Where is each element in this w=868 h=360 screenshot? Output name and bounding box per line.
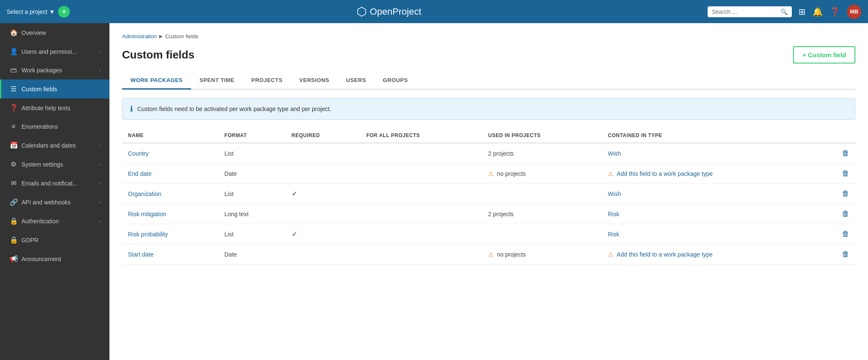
attribute-help-texts-icon: ❓ <box>10 104 17 112</box>
field-delete-cell: 🗑 <box>819 224 855 244</box>
field-delete-cell: 🗑 <box>819 184 855 204</box>
add-type-link[interactable]: ⚠Add this field to a work package type <box>608 170 813 177</box>
authentication-icon: 🔒 <box>10 217 17 225</box>
tab-users[interactable]: USERS <box>338 72 374 90</box>
help-icon[interactable]: ❓ <box>830 7 840 17</box>
grid-icon[interactable]: ⊞ <box>799 7 806 17</box>
sidebar-item-custom-fields[interactable]: ☰ Custom fields <box>0 79 109 98</box>
field-for-all-projects <box>360 244 482 265</box>
sidebar-item-enumerations[interactable]: ≡ Enumerations <box>0 117 109 136</box>
custom-fields-icon: ☰ <box>10 85 17 93</box>
table-row: Start dateDate⚠no projects⚠Add this fiel… <box>122 244 855 265</box>
delete-icon[interactable]: 🗑 <box>842 250 849 258</box>
sidebar-item-api-webhooks[interactable]: 🔗 API and webhooks › <box>0 193 109 212</box>
sidebar-item-authentication[interactable]: 🔒 Authentication › <box>0 212 109 230</box>
field-delete-cell: 🗑 <box>819 143 855 164</box>
field-for-all-projects <box>360 224 482 244</box>
add-custom-field-button[interactable]: + Custom field <box>793 46 855 64</box>
field-name-link[interactable]: Risk mitigation <box>128 211 166 217</box>
field-used-in-projects <box>482 184 602 204</box>
arrow-icon: › <box>99 199 101 205</box>
sidebar-item-users-permissions[interactable]: 👤 Users and permissi... › <box>0 42 109 61</box>
sidebar-item-announcement[interactable]: 📢 Announcement <box>0 249 109 268</box>
sidebar-item-gdpr[interactable]: 🔒 GDPR <box>0 230 109 249</box>
type-link[interactable]: Risk <box>608 231 619 238</box>
sidebar-item-calendars-dates[interactable]: 📅 Calendars and dates › <box>0 136 109 155</box>
add-type-link[interactable]: ⚠Add this field to a work package type <box>608 251 813 258</box>
field-format: List <box>218 224 286 244</box>
field-for-all-projects <box>360 184 482 204</box>
field-used-in-projects: ⚠no projects <box>482 164 602 184</box>
sidebar-label-announcement: Announcement <box>21 256 61 262</box>
type-link[interactable]: Wish <box>608 191 621 197</box>
delete-icon[interactable]: 🗑 <box>842 230 849 238</box>
field-name-link[interactable]: Start date <box>128 251 154 258</box>
sidebar-item-attribute-help-texts[interactable]: ❓ Attribute help texts <box>0 98 109 117</box>
system-settings-icon: ⚙ <box>10 160 17 168</box>
avatar[interactable]: MB <box>847 5 861 19</box>
tab-projects[interactable]: PROJECTS <box>243 72 291 90</box>
warning-icon: ⚠ <box>608 251 613 258</box>
field-required <box>286 204 361 224</box>
field-required: ✓ <box>286 224 361 244</box>
delete-icon[interactable]: 🗑 <box>842 169 849 177</box>
delete-icon[interactable]: 🗑 <box>842 209 849 218</box>
field-contained-in-type: Wish <box>602 143 819 164</box>
field-required <box>286 164 361 184</box>
field-contained-in-type: ⚠Add this field to a work package type <box>602 164 819 184</box>
table-row: Risk mitigationLong text2 projectsRisk🗑 <box>122 204 855 224</box>
arrow-icon: › <box>99 143 101 148</box>
type-link[interactable]: Risk <box>608 211 619 217</box>
sidebar-item-work-packages[interactable]: 🗃 Work packages › <box>0 61 109 79</box>
table-row: Risk probabilityList✓Risk🗑 <box>122 224 855 244</box>
sidebar-label-users-permissions: Users and permissi... <box>21 48 77 55</box>
field-delete-cell: 🗑 <box>819 164 855 184</box>
tab-versions[interactable]: VERSIONS <box>291 72 338 90</box>
field-used-in-projects: ⚠no projects <box>482 244 602 265</box>
warning-icon: ⚠ <box>488 170 494 177</box>
tab-work-packages[interactable]: WORK PACKAGES <box>122 72 191 90</box>
field-for-all-projects <box>360 204 482 224</box>
field-name-link[interactable]: Organization <box>128 191 161 197</box>
type-link[interactable]: Wish <box>608 150 621 157</box>
project-selector[interactable]: Select a project ▼ <box>7 8 55 15</box>
col-header-delete <box>819 128 855 143</box>
check-icon: ✓ <box>292 230 297 238</box>
info-message: Custom fields need to be activated per w… <box>137 106 331 112</box>
field-required <box>286 143 361 164</box>
sidebar-item-emails-notifications[interactable]: ✉ Emails and notificat... › <box>0 174 109 193</box>
field-format: List <box>218 143 286 164</box>
arrow-icon: › <box>99 161 101 167</box>
search-input[interactable] <box>712 8 778 15</box>
field-name-link[interactable]: Risk probability <box>128 231 168 238</box>
field-name-link[interactable]: Country <box>128 150 149 157</box>
page-title: Custom fields <box>122 48 194 61</box>
tab-groups[interactable]: GROUPS <box>375 72 416 90</box>
api-webhooks-icon: 🔗 <box>10 198 17 206</box>
search-box[interactable]: 🔍 <box>708 6 792 17</box>
announcement-icon: 📢 <box>10 255 17 263</box>
field-for-all-projects <box>360 143 482 164</box>
add-project-button[interactable]: + <box>58 6 70 18</box>
sidebar-label-overview: Overview <box>21 29 46 36</box>
page-header: Custom fields + Custom field <box>122 46 855 64</box>
sidebar-label-api-webhooks: API and webhooks <box>21 199 71 206</box>
sidebar-item-overview[interactable]: 🏠 Overview <box>0 23 109 42</box>
field-name-link[interactable]: End date <box>128 170 152 177</box>
tab-spent-time[interactable]: SPENT TIME <box>191 72 243 90</box>
col-header-required: REQUIRED <box>286 128 361 143</box>
delete-icon[interactable]: 🗑 <box>842 149 849 157</box>
bell-icon[interactable]: 🔔 <box>812 7 823 17</box>
delete-icon[interactable]: 🗑 <box>842 189 849 198</box>
sidebar-item-system-settings[interactable]: ⚙ System settings › <box>0 155 109 174</box>
logo-icon: ⬡ <box>357 5 367 19</box>
top-navigation: Select a project ▼ + ⬡ OpenProject 🔍 ⊞ 🔔… <box>0 0 868 23</box>
field-used-in-projects: 2 projects <box>482 143 602 164</box>
col-header-used-in-projects: USED IN PROJECTS <box>482 128 602 143</box>
sidebar-label-calendars-dates: Calendars and dates <box>21 142 76 149</box>
breadcrumb: Administration ▶ Custom fields <box>122 33 855 40</box>
check-icon: ✓ <box>292 190 297 197</box>
field-format: Date <box>218 244 286 265</box>
breadcrumb-admin-link[interactable]: Administration <box>122 33 157 40</box>
sidebar: 🏠 Overview 👤 Users and permissi... › 🗃 W… <box>0 23 109 360</box>
